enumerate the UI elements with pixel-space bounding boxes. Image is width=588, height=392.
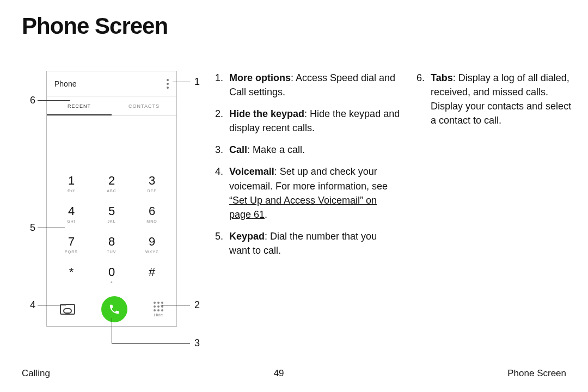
key-sub: DEF [148, 189, 157, 193]
key-sub: ABC [107, 189, 116, 193]
keypad-grid-icon [154, 302, 163, 311]
key-1[interactable]: 1ꝊꝌ [51, 168, 91, 199]
leader-3h [112, 343, 190, 344]
key-5[interactable]: 5JKL [91, 199, 132, 229]
key-num: 6 [149, 204, 155, 218]
cross-ref-link[interactable]: “Set Up and Access Voicemail” on page 61 [229, 195, 377, 220]
item-text: Keypad: Dial the number that you want to… [229, 229, 400, 258]
key-num: # [149, 265, 155, 279]
page-footer: Calling 49 Phone Screen [22, 368, 566, 379]
hide-label: Hide [154, 313, 163, 317]
list-item: 4.Voicemail: Set up and check your voice… [215, 164, 400, 221]
callout-5: 5 [30, 222, 35, 234]
key-sub: GHI [67, 219, 75, 224]
list-item: 2.Hide the keypad: Hide the keypad and d… [215, 107, 400, 135]
key-2[interactable]: 2ABC [91, 168, 132, 199]
keypad: 1ꝊꝌ2ABC3DEF4GHI5JKL6MNO7PQRS8TUV9WXYZ*0+… [47, 168, 176, 292]
item-number: 3. [215, 143, 229, 157]
item-bold: More options [229, 72, 291, 83]
leader-6 [38, 100, 70, 101]
page-title: Phone Screen [22, 13, 168, 39]
phone-app-header: Phone [47, 71, 176, 96]
footer-page-number: 49 [274, 368, 284, 379]
item-number: 1. [215, 71, 229, 99]
footer-title: Phone Screen [507, 368, 566, 379]
list-item: 6.Tabs: Display a log of all dialed, rec… [416, 71, 574, 127]
key-num: 4 [68, 204, 75, 218]
key-3[interactable]: 3DEF [132, 168, 172, 199]
item-text: Call: Make a call. [229, 143, 305, 157]
tab-contacts[interactable]: CONTACTS [112, 96, 176, 115]
description-column-2: 6.Tabs: Display a log of all dialed, rec… [416, 71, 574, 135]
key-num: 7 [68, 235, 75, 249]
callout-4: 4 [30, 299, 35, 311]
voicemail-icon[interactable] [60, 304, 75, 315]
recent-blank-area [47, 116, 176, 168]
list-item: 3.Call: Make a call. [215, 143, 400, 157]
figure: Phone RECENT CONTACTS 1ꝊꝌ2ABC3DEF4GHI5JK… [30, 71, 210, 354]
item-number: 6. [416, 71, 431, 127]
list-item: 1.More options: Access Speed dial and Ca… [215, 71, 400, 99]
key-num: 1 [68, 174, 75, 188]
tab-recent[interactable]: RECENT [47, 96, 112, 115]
key-sub: PQRS [65, 250, 78, 254]
item-number: 4. [215, 164, 229, 221]
key-num: 5 [108, 204, 115, 218]
item-bold: Keypad [229, 231, 265, 242]
call-button[interactable] [101, 296, 127, 322]
key-8[interactable]: 8TUV [91, 229, 132, 260]
item-bold: Call [229, 144, 247, 155]
phone-app-name: Phone [54, 79, 76, 88]
callout-2: 2 [194, 299, 200, 311]
footer-section: Calling [22, 368, 50, 379]
key-num: 2 [108, 174, 115, 188]
key-9[interactable]: 9WXYZ [132, 229, 172, 260]
hide-keypad-button[interactable]: Hide [154, 302, 163, 317]
item-text: Tabs: Display a log of all dialed, recei… [431, 71, 574, 127]
item-number: 2. [215, 107, 229, 135]
key-4[interactable]: 4GHI [51, 199, 91, 229]
item-text: More options: Access Speed dial and Call… [229, 71, 400, 99]
phone-mockup: Phone RECENT CONTACTS 1ꝊꝌ2ABC3DEF4GHI5JK… [46, 71, 177, 327]
item-number: 5. [215, 229, 229, 258]
callout-1: 1 [194, 76, 200, 88]
key-sub: MNO [146, 219, 157, 224]
key-7[interactable]: 7PQRS [51, 229, 91, 260]
key-sub: JKL [107, 219, 115, 224]
key-num: 8 [108, 235, 115, 249]
description-column-1: 1.More options: Access Speed dial and Ca… [215, 71, 400, 265]
leader-1 [173, 82, 190, 82]
phone-icon [108, 303, 120, 315]
callout-3: 3 [194, 338, 200, 349]
key-num: * [69, 265, 74, 279]
key-sub: + [110, 280, 113, 285]
tabs: RECENT CONTACTS [47, 96, 176, 116]
leader-4 [38, 305, 66, 305]
key-sub: TUV [107, 250, 117, 254]
more-options-icon[interactable] [167, 79, 169, 89]
key-num: 9 [149, 235, 155, 249]
key-6[interactable]: 6MNO [132, 199, 172, 229]
item-bold: Tabs [431, 72, 453, 83]
key-*[interactable]: * [51, 260, 91, 290]
leader-2 [161, 305, 190, 305]
leader-5 [38, 228, 65, 228]
leader-3v [112, 318, 112, 343]
key-sub: ꝊꝌ [68, 189, 75, 193]
key-0[interactable]: 0+ [91, 260, 132, 290]
item-text: Voicemail: Set up and check your voicema… [229, 164, 400, 221]
item-bold: Hide the keypad [229, 108, 304, 119]
key-sub: WXYZ [145, 250, 158, 254]
callout-6: 6 [30, 95, 35, 106]
item-bold: Voicemail [229, 166, 274, 177]
key-num: 3 [149, 174, 155, 188]
key-num: 0 [108, 265, 115, 279]
item-text: Hide the keypad: Hide the keypad and dis… [229, 107, 400, 135]
list-item: 5.Keypad: Dial the number that you want … [215, 229, 400, 258]
key-#[interactable]: # [132, 260, 172, 290]
